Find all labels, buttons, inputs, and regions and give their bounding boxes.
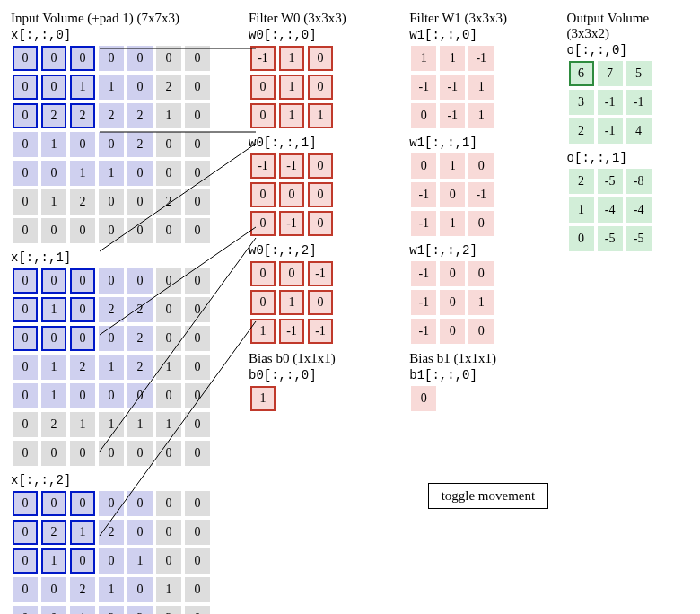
input-cell: 0 xyxy=(70,132,95,157)
input-cell: 0 xyxy=(156,520,181,545)
w1-cell: -1 xyxy=(411,75,436,100)
input-cell: 0 xyxy=(185,132,210,157)
input-cell: 0 xyxy=(156,268,181,294)
w1-cell: 0 xyxy=(440,290,465,315)
input-cell: 0 xyxy=(185,520,210,545)
input-cell: 0 xyxy=(13,297,38,322)
input-cell: 0 xyxy=(185,75,210,100)
input-cell: 1 xyxy=(99,577,124,602)
input-slice-label: x[:,:,2] xyxy=(11,473,249,487)
w0-cell: 0 xyxy=(250,103,276,128)
output-cell: -1 xyxy=(598,90,623,115)
output-cell: 4 xyxy=(626,118,652,144)
w1-cell: -1 xyxy=(440,103,465,128)
input-cell: 2 xyxy=(127,132,153,157)
input-cell: 1 xyxy=(156,577,181,602)
w1-cell: 0 xyxy=(468,319,494,344)
output-cell: -4 xyxy=(626,197,652,223)
w1-cell: 1 xyxy=(411,46,436,71)
input-cell: 0 xyxy=(185,268,210,294)
input-cell: 0 xyxy=(13,189,38,215)
input-cell: 0 xyxy=(70,326,95,351)
input-cell: 2 xyxy=(70,189,95,215)
input-cell: 2 xyxy=(99,606,124,614)
w1-cell: 1 xyxy=(440,46,465,71)
input-cell: 0 xyxy=(13,520,38,545)
input-cell: 1 xyxy=(156,412,181,437)
w0-cell: 0 xyxy=(250,261,276,286)
w1-cell: -1 xyxy=(411,319,436,344)
input-cell: 0 xyxy=(99,218,124,243)
input-cell: 0 xyxy=(185,383,210,408)
w1-cell: 0 xyxy=(468,211,494,236)
input-cell: 0 xyxy=(185,218,210,243)
input-cell: 2 xyxy=(70,577,95,602)
input-cell: 0 xyxy=(185,46,210,71)
w0-cell: 0 xyxy=(250,75,276,100)
input-cell: 0 xyxy=(70,268,95,294)
input-cell: 0 xyxy=(13,75,38,100)
input-cell: 1 xyxy=(41,297,66,322)
input-cell: 1 xyxy=(70,520,95,545)
w0-cell: 1 xyxy=(279,75,304,100)
w0-cell: -1 xyxy=(308,319,333,344)
input-cell: 0 xyxy=(13,491,38,516)
w0-cell: 0 xyxy=(250,211,276,236)
output-column: Output Volume (3x3x2) o[:,:,0]6753-1-12-… xyxy=(567,11,689,614)
w0-cell: -1 xyxy=(308,261,333,286)
w0-cell: 1 xyxy=(279,46,304,71)
w1-slice-label: w1[:,:,2] xyxy=(409,243,566,258)
output-cell: 6 xyxy=(569,61,594,86)
input-cell: 0 xyxy=(185,355,210,380)
input-cell: 2 xyxy=(99,520,124,545)
input-cell: 0 xyxy=(156,326,181,351)
input-cell: 0 xyxy=(41,268,66,294)
input-cell: 2 xyxy=(127,326,153,351)
input-cell: 2 xyxy=(156,606,181,614)
output-slice-label: o[:,:,0] xyxy=(567,43,689,57)
input-cell: 1 xyxy=(156,355,181,380)
output-cell: -1 xyxy=(598,118,623,144)
output-cell: 7 xyxy=(598,61,623,86)
output-cell: -5 xyxy=(626,226,652,251)
w0-cell: 0 xyxy=(279,261,304,286)
input-cell: 0 xyxy=(156,46,181,71)
output-cell: 0 xyxy=(569,226,594,251)
input-cell: 2 xyxy=(99,103,124,128)
input-cell: 0 xyxy=(41,577,66,602)
bias-b1-cell: 0 xyxy=(411,386,436,411)
input-cell: 0 xyxy=(127,441,153,466)
output-slice-label: o[:,:,1] xyxy=(567,151,689,165)
w1-cell: -1 xyxy=(411,290,436,315)
input-cell: 0 xyxy=(156,383,181,408)
input-cell: 2 xyxy=(41,412,66,437)
w1-title: Filter W1 (3x3x3) xyxy=(409,11,566,26)
input-cell: 0 xyxy=(70,218,95,243)
input-cell: 0 xyxy=(13,326,38,351)
input-cell: 0 xyxy=(99,132,124,157)
output-cell: 2 xyxy=(569,169,594,194)
input-cell: 0 xyxy=(13,161,38,186)
input-cell: 0 xyxy=(185,412,210,437)
w0-cell: -1 xyxy=(279,211,304,236)
input-cell: 0 xyxy=(13,577,38,602)
toggle-movement-button[interactable]: toggle movement xyxy=(428,483,549,509)
filter-w1-column: Filter W1 (3x3x3) w1[:,:,0]11-1-1-110-11… xyxy=(409,11,566,614)
w0-cell: 0 xyxy=(308,290,333,315)
input-cell: 2 xyxy=(127,103,153,128)
w1-cell: -1 xyxy=(411,211,436,236)
input-cell: 0 xyxy=(185,606,210,614)
input-cell: 1 xyxy=(99,75,124,100)
input-cell: 2 xyxy=(99,297,124,322)
w1-cell: 1 xyxy=(468,75,494,100)
input-cell: 0 xyxy=(185,189,210,215)
input-cell: 2 xyxy=(41,103,66,128)
input-cell: 0 xyxy=(41,161,66,186)
input-cell: 0 xyxy=(99,491,124,516)
input-cell: 0 xyxy=(13,441,38,466)
input-cell: 1 xyxy=(99,355,124,380)
input-cell: 0 xyxy=(185,577,210,602)
w0-cell: 0 xyxy=(308,211,333,236)
w0-slice-label: w0[:,:,1] xyxy=(249,136,409,150)
w1-cell: -1 xyxy=(468,46,494,71)
